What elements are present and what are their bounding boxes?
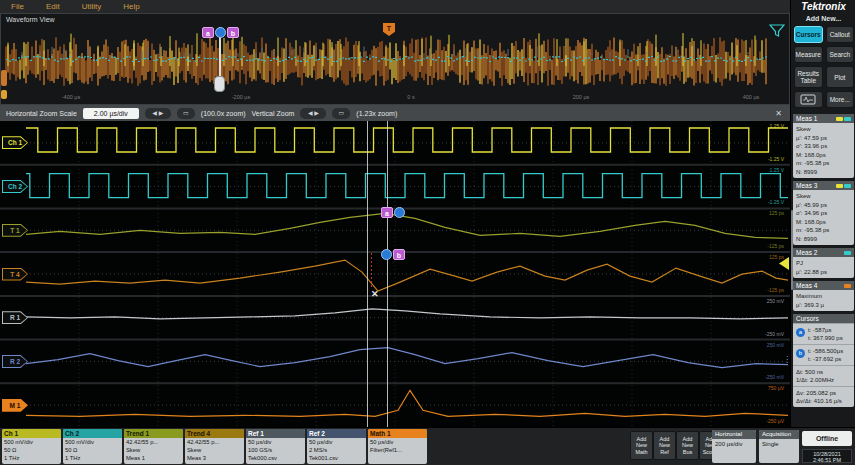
- scale-readout-bottom: -125 ps: [742, 287, 784, 293]
- cursor-a-link-icon[interactable]: [394, 207, 405, 218]
- sidebar-scrollbar[interactable]: [791, 210, 793, 290]
- filter-funnel-icon[interactable]: [769, 24, 785, 38]
- scale-readout-bottom: -1.25 V: [742, 199, 784, 205]
- add-new-ref-button[interactable]: Add New Ref: [653, 431, 676, 460]
- add-new-bus-button[interactable]: Add New Bus: [676, 431, 699, 460]
- menu-bar: FileEditUtilityHelp: [0, 0, 790, 13]
- channel-setup-title: Trend 1: [124, 429, 183, 438]
- channel-setup-badge-trend-1[interactable]: Trend 142.42/55 p...SkewMeas 1: [124, 429, 183, 464]
- horizontal-badge-title: Horizontal: [712, 430, 756, 439]
- scale-readout-bottom: -125 ps: [742, 243, 784, 249]
- axis-tick-400-s: -400 µs: [62, 94, 80, 100]
- cursor-a-values: t: -587µst: 367.990 ps: [808, 326, 843, 342]
- waveform-overview[interactable]: Waveform View a b T -400 µs-200 µs0 s200…: [0, 13, 790, 105]
- scale-readout-bottom: -1.25 V: [742, 156, 784, 162]
- results-badges: Meas 1Skewµ': 47.59 psσ': 33.96 psM: 168…: [793, 114, 854, 410]
- channel-setup-title: Trend 4: [185, 429, 244, 438]
- horizontal-zoom-stepper[interactable]: ◀ ▶: [145, 108, 171, 119]
- channel-setup-badge-math-1[interactable]: Math 150 µs/divFilter(Ref1...: [368, 429, 427, 464]
- overview-cursor-handle[interactable]: [214, 76, 225, 92]
- menu-utility[interactable]: Utility: [71, 0, 113, 13]
- channel-badge-label: Ch 2: [3, 181, 27, 192]
- meas-badge-title: Meas 4: [796, 281, 843, 290]
- channel-setup-badge-ch-1[interactable]: Ch 1500 mV/div50 Ω1 THz: [2, 429, 61, 464]
- meas-badge-title: Meas 3: [796, 181, 835, 190]
- cursor-value-line: Δt: 500 ns: [796, 368, 834, 376]
- horizontal-badge[interactable]: Horizontal200 µs/div: [712, 430, 756, 463]
- sidebar-button-plot[interactable]: Plot: [826, 66, 855, 88]
- scope-capture-button[interactable]: [794, 91, 823, 108]
- cursor-b-link-icon[interactable]: [381, 249, 392, 260]
- cursor-a-label[interactable]: a: [202, 27, 214, 38]
- channel-setup-line: 42.42/55 p...: [124, 438, 183, 446]
- channel-badge-label: R 1: [3, 312, 27, 323]
- channel-setup-badge-ref-2[interactable]: Ref 250 µs/div2 MS/sTek001.csv: [307, 429, 366, 464]
- meas-badge-header: Meas 3: [793, 181, 854, 190]
- axis-tick-400-s: 400 µs: [743, 94, 760, 100]
- acquisition-badge-value: Single: [759, 439, 799, 449]
- menu-edit[interactable]: Edit: [35, 0, 71, 13]
- datetime-display[interactable]: 10/28/2021 2:46:51 PM: [802, 449, 852, 463]
- meas-value-line: m: -95.38 ps: [796, 226, 851, 235]
- meas-badge-meas-2[interactable]: Meas 2PJµ': 22.88 ps: [793, 248, 854, 278]
- main-waveform-view[interactable]: a b ✕ ⋮ Ch 1Ch 2T 1T 4R 1R 2M 11.25 V-1.…: [0, 121, 790, 427]
- cursors-badge-header: Cursors: [793, 314, 854, 323]
- meas-badge-meas-3[interactable]: Meas 3Skewµ': 45.99 psσ': 34.96 psM: 168…: [793, 181, 854, 245]
- channel-setup-line: 50 Ω: [63, 446, 122, 454]
- right-sidebar: Tektronix Add New... CursorsCalloutMeasu…: [790, 0, 855, 427]
- cursor-a-handle[interactable]: a: [381, 207, 393, 218]
- cursor-crosshair-marker[interactable]: ✕: [371, 289, 379, 299]
- horizontal-zoom-reset-button[interactable]: ▭: [177, 108, 195, 119]
- cursor-link-icon[interactable]: [215, 27, 226, 38]
- channel-setup-line: 42.42/55 p...: [185, 438, 244, 446]
- channel-badge-label: Ch 1: [3, 137, 27, 148]
- overview-title: Waveform View: [6, 16, 55, 23]
- meas-badge-body: Skewµ': 45.99 psσ': 34.96 psM: 168.0psm:…: [793, 190, 854, 245]
- sidebar-button-callout[interactable]: Callout: [826, 26, 855, 43]
- zoom-toolbar: Horizontal Zoom Scale 2.00 µs/div ◀ ▶ ▭ …: [0, 105, 790, 121]
- sidebar-button-results-table[interactable]: Results Table: [794, 66, 823, 88]
- cursor-b-label[interactable]: b: [227, 27, 239, 38]
- axis-tick-0-s: 0 s: [407, 94, 414, 100]
- meas-badge-header: Meas 4: [793, 281, 854, 290]
- menu-file[interactable]: File: [0, 0, 35, 13]
- menu-help[interactable]: Help: [112, 0, 150, 13]
- overview-noise-svg: [2, 26, 788, 102]
- cursor-value-line: 1/Δt: 2.00MHz: [796, 376, 834, 384]
- zoom-close-icon[interactable]: ✕: [775, 109, 782, 118]
- horizontal-zoom-scale-input[interactable]: 2.00 µs/div: [83, 108, 139, 119]
- meas-value-line: Skew: [796, 125, 851, 134]
- sidebar-button-measure[interactable]: Measure: [794, 46, 823, 63]
- scale-readout-bottom: -250 mV: [742, 374, 784, 380]
- channel-setup-badge-trend-4[interactable]: Trend 442.42/55 p...SkewMeas 3: [185, 429, 244, 464]
- vertical-zoom-reset-button[interactable]: ▭: [332, 108, 350, 119]
- channel-badge-label: T 4: [3, 269, 27, 280]
- scope-capture-icon: [800, 94, 816, 105]
- sidebar-button-cursors[interactable]: Cursors: [794, 26, 823, 43]
- sidebar-button-search[interactable]: Search: [826, 46, 855, 63]
- channel-setup-line: 50 µs/div: [307, 438, 366, 446]
- acquisition-badge[interactable]: AcquisitionSingle: [759, 430, 799, 463]
- axis-tick-200-s: -200 µs: [232, 94, 250, 100]
- overview-channel-marker-2[interactable]: [1, 90, 7, 99]
- add-new-math-button[interactable]: Add New Math: [630, 431, 653, 460]
- channel-setup-line: 2 MS/s: [307, 446, 366, 454]
- channel-badge-label: M 1: [3, 400, 27, 411]
- overview-channel-marker-1[interactable]: [1, 70, 7, 86]
- cursor-b-handle[interactable]: b: [393, 249, 405, 260]
- meas-badge-meas-4[interactable]: Meas 4Maximumµ': 369.3 µ: [793, 281, 854, 311]
- scale-readout-top: 250 mV: [742, 298, 784, 304]
- meas-badge-header: Meas 1: [793, 114, 854, 123]
- meas-badge-meas-1[interactable]: Meas 1Skewµ': 47.59 psσ': 33.96 psM: 168…: [793, 114, 854, 178]
- cursors-badge[interactable]: Cursorsat: -587µst: 367.990 psbt: -586.5…: [793, 314, 854, 407]
- channel-setup-badge-ch-2[interactable]: Ch 2500 mV/div50 Ω1 THz: [63, 429, 122, 464]
- offline-button[interactable]: Offline: [802, 431, 852, 446]
- vertical-zoom-stepper[interactable]: ◀ ▶: [300, 108, 326, 119]
- channel-setup-line: 500 mV/div: [2, 438, 61, 446]
- cursor-slope-readout: Δv: 205.082 psΔv/Δt: 410.16 µ/s: [793, 386, 854, 407]
- sidebar-button-more[interactable]: More...: [826, 91, 855, 108]
- channel-badge-label: R 2: [3, 356, 27, 367]
- channel-setup-badge-ref-1[interactable]: Ref 150 µs/div100 GS/sTek000.csv: [246, 429, 305, 464]
- channel-setup-line: Tek001.csv: [307, 454, 366, 462]
- channel-setup-line: Tek000.csv: [246, 454, 305, 462]
